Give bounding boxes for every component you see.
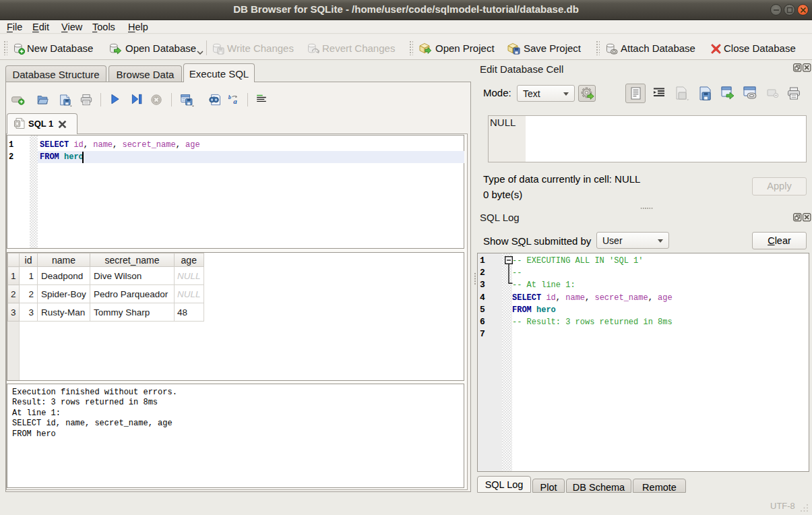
svg-text:a: a (233, 97, 237, 105)
svg-text:b: b (228, 94, 231, 101)
